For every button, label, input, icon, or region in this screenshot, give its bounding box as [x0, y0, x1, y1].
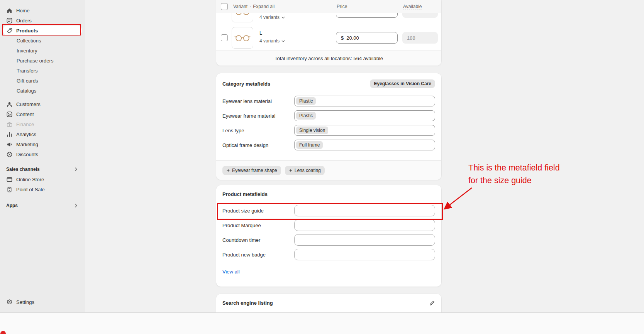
sidebar-item-label: Marketing	[16, 142, 38, 147]
plus-icon	[289, 169, 293, 172]
chevron-right-icon	[73, 203, 79, 208]
category-metafields-card: Category metafields Eyeglasses in Vision…	[216, 73, 441, 180]
annotation-line: for the size guide	[468, 174, 584, 187]
sidebar-item-discounts[interactable]: Discounts	[3, 149, 82, 159]
sidebar-item-label: Content	[16, 111, 34, 117]
card-title: Product metafields	[222, 191, 435, 197]
gear-icon	[6, 299, 13, 305]
sidebar-item-analytics[interactable]: Analytics	[3, 129, 82, 139]
variant-checkbox[interactable]	[221, 34, 228, 41]
sidebar-item-online-store[interactable]: Online Store	[3, 174, 82, 184]
variants-expander[interactable]: 4 variants	[259, 38, 285, 44]
sidebar-item-orders[interactable]: Orders	[3, 15, 82, 25]
total-inventory-label: Total inventory across all locations: 56…	[275, 56, 383, 61]
add-button-label: Lens coating	[295, 168, 321, 173]
variants-expander[interactable]: 4 variants	[259, 15, 285, 20]
variants-count-label: 4 variants	[259, 38, 280, 44]
countdown-timer-input[interactable]	[294, 234, 435, 246]
category-metafields-footer: Eyewear frame shape Lens coating	[216, 160, 441, 180]
metafield-label: Product size guide	[222, 208, 294, 214]
sidebar-item-label: Settings	[16, 299, 34, 305]
annotation-line: This is the metafield field	[468, 162, 584, 174]
available-column-header[interactable]: Available	[403, 4, 422, 9]
metafield-label: Lens type	[222, 128, 294, 133]
sidebar-item-finance[interactable]: Finance	[3, 119, 82, 129]
metafield-label: Countdown timer	[222, 237, 294, 243]
sidebar: Home Orders Products Collections Invento…	[0, 0, 85, 312]
value-tag: Full frame	[296, 141, 323, 149]
view-all-link[interactable]: View all	[222, 269, 240, 275]
price-input[interactable]	[336, 13, 398, 18]
online-store-icon	[6, 176, 13, 183]
sidebar-item-purchase-orders[interactable]: Purchase orders	[3, 56, 82, 66]
sidebar-item-transfers[interactable]: Transfers	[3, 66, 82, 76]
sidebar-item-content[interactable]: Content	[3, 109, 82, 119]
edit-pencil-icon[interactable]	[429, 300, 435, 306]
sidebar-item-inventory[interactable]: Inventory	[3, 46, 82, 56]
sidebar-section-apps[interactable]: Apps	[3, 201, 82, 211]
price-column-header: Price	[337, 4, 347, 9]
orders-icon	[6, 17, 13, 24]
product-size-guide-input[interactable]	[294, 205, 435, 216]
metafield-row: Lens type Single vision	[222, 125, 435, 136]
metafield-label: Product new badge	[222, 252, 294, 258]
metafield-row: Eyewear lens material Plastic	[222, 96, 435, 106]
metafield-row: Optical frame design Full frame	[222, 140, 435, 150]
sidebar-item-gift-cards[interactable]: Gift cards	[3, 76, 82, 86]
available-value: 188	[407, 35, 415, 41]
card-title: Category metafields	[222, 81, 270, 87]
value-tag: Plastic	[296, 112, 316, 120]
expand-all-button[interactable]: Expand all	[253, 4, 275, 9]
sidebar-item-label: Finance	[16, 121, 34, 127]
sidebar-item-label: Collections	[17, 38, 41, 44]
metafield-row: Product Marquee	[222, 219, 435, 231]
main-content: Variant · Expand all Price Available 4 v…	[216, 0, 441, 334]
section-label: Sales channels	[6, 167, 40, 172]
price-input[interactable]: $	[336, 32, 398, 44]
sidebar-item-home[interactable]: Home	[3, 5, 82, 15]
available-input	[402, 13, 438, 18]
analytics-bars-icon	[6, 131, 13, 138]
sidebar-item-catalogs[interactable]: Catalogs	[3, 86, 82, 96]
price-value-input[interactable]	[346, 35, 393, 41]
eyewear-lens-material-input[interactable]: Plastic	[294, 96, 435, 106]
variant-image[interactable]	[232, 27, 253, 49]
taskbar-strip	[0, 312, 644, 334]
variant-row-partial: 4 variants	[216, 13, 441, 25]
metafield-row: Eyewear frame material Plastic	[222, 110, 435, 121]
card-title: Search engine listing	[222, 300, 273, 306]
sidebar-item-products[interactable]: Products	[3, 25, 82, 35]
eyewear-frame-material-input[interactable]: Plastic	[294, 110, 435, 121]
variant-row: L 4 variants $ 188	[216, 25, 441, 51]
metafield-row: Countdown timer	[222, 234, 435, 246]
separator-dot: ·	[249, 4, 251, 9]
sidebar-item-label: Gift cards	[17, 78, 38, 84]
sidebar-item-label: Products	[16, 28, 38, 34]
sidebar-item-settings[interactable]: Settings	[3, 297, 82, 307]
category-badge: Eyeglasses in Vision Care	[370, 79, 435, 88]
products-tag-icon	[6, 27, 13, 34]
add-lens-coating-button[interactable]: Lens coating	[285, 166, 325, 175]
sidebar-section-sales-channels[interactable]: Sales channels	[3, 164, 82, 174]
sidebar-item-collections[interactable]: Collections	[3, 35, 82, 46]
sidebar-item-label: Purchase orders	[17, 58, 53, 64]
sidebar-item-customers[interactable]: Customers	[3, 99, 82, 109]
metafield-label: Eyewear lens material	[222, 98, 294, 104]
product-marquee-input[interactable]	[294, 219, 435, 231]
product-new-badge-input[interactable]	[294, 249, 435, 260]
point-of-sale-icon	[6, 186, 13, 193]
metafield-row: Product size guide	[222, 205, 435, 216]
sidebar-item-point-of-sale[interactable]: Point of Sale	[3, 184, 82, 194]
marketing-megaphone-icon	[6, 141, 13, 148]
select-all-checkbox[interactable]	[221, 3, 228, 10]
lens-type-input[interactable]: Single vision	[294, 125, 435, 136]
variants-count-label: 4 variants	[259, 15, 280, 20]
sidebar-item-marketing[interactable]: Marketing	[3, 139, 82, 149]
optical-frame-design-input[interactable]: Full frame	[294, 140, 435, 150]
variant-image[interactable]	[232, 13, 253, 22]
annotation-text: This is the metafield field for the size…	[468, 162, 584, 187]
sidebar-item-label: Inventory	[17, 48, 37, 54]
finance-bank-icon	[6, 121, 13, 128]
add-eyewear-frame-shape-button[interactable]: Eyewear frame shape	[222, 166, 281, 175]
sidebar-item-label: Discounts	[16, 152, 38, 157]
